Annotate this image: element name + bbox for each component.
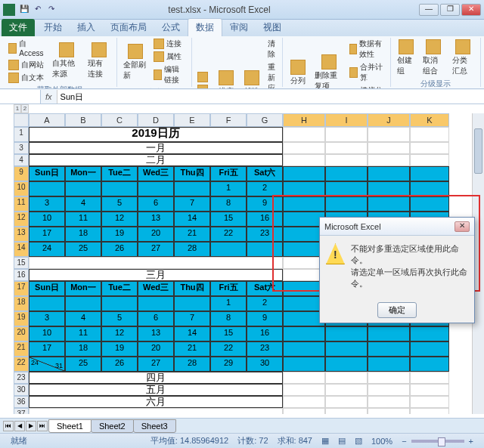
cell[interactable]: 一月 — [29, 142, 283, 154]
cell[interactable]: 2 — [247, 181, 283, 196]
cell[interactable] — [410, 384, 449, 396]
cell[interactable] — [283, 166, 325, 181]
cell[interactable]: 22 — [210, 227, 247, 242]
group-button[interactable]: 创建组 — [394, 38, 418, 78]
from-web-button[interactable]: 自网站 — [6, 59, 48, 71]
from-access-button[interactable]: 自 Access — [6, 38, 48, 58]
cell[interactable]: 13 — [138, 212, 174, 227]
cell[interactable]: 18 — [65, 341, 101, 357]
tab-nav-last[interactable]: ⏭ — [37, 421, 48, 431]
cell[interactable]: 六月 — [29, 396, 283, 408]
ok-button[interactable]: 确定 — [377, 302, 417, 318]
cell[interactable]: 21 — [174, 341, 210, 357]
row-header[interactable]: 22 — [14, 357, 29, 372]
cell[interactable]: 16 — [247, 326, 283, 341]
cell[interactable]: Sat六 — [247, 281, 283, 296]
cell[interactable] — [410, 326, 449, 341]
sort-az-button[interactable] — [195, 71, 213, 83]
remove-dup-button[interactable]: 删除重复项 — [312, 53, 345, 90]
cell[interactable]: 6 — [138, 196, 174, 212]
cell[interactable] — [368, 384, 410, 396]
cell[interactable] — [325, 372, 368, 384]
cell[interactable]: 9 — [247, 196, 283, 212]
cell[interactable] — [283, 154, 325, 166]
cell[interactable]: 3 — [29, 196, 65, 212]
cell[interactable]: 2019日历 — [29, 127, 283, 142]
row-header[interactable]: 19 — [14, 311, 29, 326]
cell[interactable]: 三月 — [29, 269, 283, 281]
row-header[interactable]: 9 — [14, 166, 29, 181]
col-header-J[interactable]: J — [368, 113, 410, 127]
cell[interactable]: 27 — [138, 242, 174, 257]
cell[interactable]: 13 — [138, 326, 174, 341]
cell[interactable]: Thu四 — [174, 281, 210, 296]
cell[interactable] — [65, 296, 101, 311]
cell[interactable]: 19 — [101, 227, 138, 242]
cell[interactable] — [283, 127, 325, 142]
cell[interactable] — [283, 196, 325, 212]
cell[interactable]: 29 — [210, 357, 247, 372]
cell[interactable]: Fri五 — [210, 281, 247, 296]
cell[interactable]: 28 — [174, 357, 210, 372]
cell[interactable] — [410, 142, 449, 154]
edit-links-button[interactable]: 编辑链接 — [151, 63, 188, 86]
cell[interactable] — [325, 341, 368, 357]
col-header-H[interactable]: H — [283, 113, 325, 127]
cell[interactable] — [368, 341, 410, 357]
cell[interactable]: 17 — [29, 227, 65, 242]
col-header-A[interactable]: A — [29, 113, 65, 127]
cell[interactable]: 7 — [174, 196, 210, 212]
cell[interactable]: Tue二 — [101, 166, 138, 181]
col-header-E[interactable]: E — [174, 113, 210, 127]
cell[interactable] — [247, 242, 283, 257]
tab-nav-next[interactable]: ▶ — [26, 421, 36, 431]
tab-review[interactable]: 审阅 — [222, 19, 256, 36]
validation-button[interactable]: 数据有效性 — [347, 38, 387, 60]
cell[interactable] — [210, 242, 247, 257]
cell[interactable]: 二月 — [29, 154, 283, 166]
col-header-D[interactable]: D — [138, 113, 174, 127]
from-other-button[interactable]: 自其他来源 — [49, 41, 83, 81]
cell[interactable] — [325, 408, 368, 414]
consolidate-button[interactable]: 合并计算 — [347, 61, 387, 84]
row-header[interactable]: 4 — [14, 154, 29, 166]
cell[interactable] — [325, 384, 368, 396]
row-header[interactable]: 11 — [14, 196, 29, 212]
sheet-tab-1[interactable]: Sheet1 — [48, 419, 92, 433]
cell[interactable]: Wed三 — [138, 166, 174, 181]
cell[interactable]: 23 — [247, 227, 283, 242]
dialog-titlebar[interactable]: Microsoft Excel ✕ — [320, 218, 474, 236]
cell[interactable]: 五月 — [29, 384, 283, 396]
cell[interactable]: Sat六 — [247, 166, 283, 181]
properties-button[interactable]: 属性 — [151, 51, 188, 63]
cell[interactable]: Tue二 — [101, 281, 138, 296]
cell[interactable] — [368, 154, 410, 166]
sheet-tab-3[interactable]: Sheet3 — [133, 419, 176, 433]
cell[interactable] — [174, 181, 210, 196]
ungroup-button[interactable]: 取消组合 — [420, 38, 448, 78]
cell[interactable] — [368, 196, 410, 212]
outline-level-buttons[interactable]: 1 2 — [14, 104, 29, 113]
zoom-slider[interactable] — [411, 440, 464, 443]
cell[interactable]: 2431 — [29, 357, 65, 372]
cell[interactable] — [410, 154, 449, 166]
cell[interactable] — [368, 326, 410, 341]
cell[interactable]: 8 — [210, 311, 247, 326]
cell[interactable]: Mon一 — [65, 281, 101, 296]
tab-home[interactable]: 开始 — [36, 19, 70, 36]
cell[interactable]: 4 — [65, 196, 101, 212]
cell[interactable] — [283, 396, 325, 408]
cell[interactable]: 8 — [210, 196, 247, 212]
col-header-C[interactable]: C — [101, 113, 138, 127]
cell[interactable] — [29, 408, 283, 414]
cell[interactable]: 30 — [247, 357, 283, 372]
row-header[interactable]: 18 — [14, 296, 29, 311]
cell[interactable] — [325, 326, 368, 341]
cell[interactable] — [283, 341, 325, 357]
cell[interactable] — [368, 372, 410, 384]
cell[interactable] — [325, 181, 368, 196]
row-header[interactable]: 20 — [14, 326, 29, 341]
cell[interactable]: 14 — [174, 326, 210, 341]
cell[interactable]: 24 — [29, 242, 65, 257]
cell[interactable]: 10 — [29, 212, 65, 227]
